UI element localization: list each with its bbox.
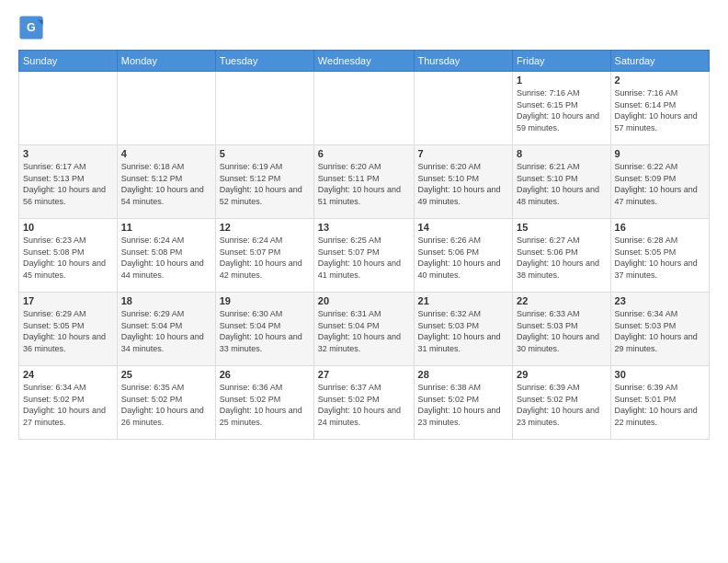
header: G (18, 15, 710, 40)
day-info: Sunrise: 7:16 AM Sunset: 6:14 PM Dayligh… (615, 87, 705, 133)
calendar-cell: 18Sunrise: 6:29 AM Sunset: 5:04 PM Dayli… (117, 293, 215, 366)
weekday-header-saturday: Saturday (610, 51, 709, 72)
calendar-cell: 27Sunrise: 6:37 AM Sunset: 5:02 PM Dayli… (313, 366, 414, 440)
day-info: Sunrise: 6:28 AM Sunset: 5:05 PM Dayligh… (615, 235, 705, 281)
calendar-cell: 8Sunrise: 6:21 AM Sunset: 5:10 PM Daylig… (513, 145, 611, 219)
weekday-header-monday: Monday (117, 51, 215, 72)
day-info: Sunrise: 6:18 AM Sunset: 5:12 PM Dayligh… (121, 161, 211, 207)
calendar-cell: 2Sunrise: 7:16 AM Sunset: 6:14 PM Daylig… (610, 72, 709, 145)
day-info: Sunrise: 6:24 AM Sunset: 5:07 PM Dayligh… (220, 235, 310, 281)
calendar-week-row: 3Sunrise: 6:17 AM Sunset: 5:13 PM Daylig… (19, 145, 710, 219)
day-number: 1 (517, 75, 607, 86)
day-number: 5 (220, 148, 310, 159)
day-number: 26 (220, 369, 310, 380)
day-number: 11 (121, 222, 211, 233)
day-number: 19 (220, 295, 310, 306)
day-info: Sunrise: 6:37 AM Sunset: 5:02 PM Dayligh… (318, 382, 410, 428)
day-info: Sunrise: 6:23 AM Sunset: 5:08 PM Dayligh… (23, 235, 113, 281)
calendar-cell: 3Sunrise: 6:17 AM Sunset: 5:13 PM Daylig… (19, 145, 118, 219)
day-number: 23 (615, 295, 705, 306)
calendar-cell: 15Sunrise: 6:27 AM Sunset: 5:06 PM Dayli… (513, 219, 611, 293)
logo: G (18, 15, 48, 40)
day-info: Sunrise: 6:20 AM Sunset: 5:11 PM Dayligh… (318, 161, 410, 207)
calendar-cell (414, 72, 513, 145)
day-info: Sunrise: 6:39 AM Sunset: 5:02 PM Dayligh… (517, 382, 607, 428)
day-info: Sunrise: 6:39 AM Sunset: 5:01 PM Dayligh… (615, 382, 705, 428)
day-info: Sunrise: 6:20 AM Sunset: 5:10 PM Dayligh… (418, 161, 509, 207)
day-number: 25 (121, 369, 211, 380)
day-number: 24 (23, 369, 113, 380)
calendar-cell: 23Sunrise: 6:34 AM Sunset: 5:03 PM Dayli… (610, 293, 709, 366)
day-number: 22 (517, 295, 607, 306)
day-info: Sunrise: 7:16 AM Sunset: 6:15 PM Dayligh… (517, 87, 607, 133)
day-info: Sunrise: 6:21 AM Sunset: 5:10 PM Dayligh… (517, 161, 607, 207)
calendar-cell: 25Sunrise: 6:35 AM Sunset: 5:02 PM Dayli… (117, 366, 215, 440)
calendar-cell: 13Sunrise: 6:25 AM Sunset: 5:07 PM Dayli… (313, 219, 414, 293)
day-info: Sunrise: 6:34 AM Sunset: 5:03 PM Dayligh… (615, 308, 705, 354)
day-info: Sunrise: 6:31 AM Sunset: 5:04 PM Dayligh… (318, 308, 410, 354)
calendar-week-row: 24Sunrise: 6:34 AM Sunset: 5:02 PM Dayli… (19, 366, 710, 440)
weekday-header-sunday: Sunday (19, 51, 118, 72)
calendar-cell: 26Sunrise: 6:36 AM Sunset: 5:02 PM Dayli… (215, 366, 313, 440)
day-number: 30 (615, 369, 705, 380)
day-number: 17 (23, 295, 113, 306)
calendar-cell: 4Sunrise: 6:18 AM Sunset: 5:12 PM Daylig… (117, 145, 215, 219)
calendar-cell (313, 72, 414, 145)
calendar-week-row: 10Sunrise: 6:23 AM Sunset: 5:08 PM Dayli… (19, 219, 710, 293)
day-info: Sunrise: 6:22 AM Sunset: 5:09 PM Dayligh… (615, 161, 705, 207)
calendar-cell: 12Sunrise: 6:24 AM Sunset: 5:07 PM Dayli… (215, 219, 313, 293)
day-number: 3 (23, 148, 113, 159)
day-number: 29 (517, 369, 607, 380)
calendar-cell: 10Sunrise: 6:23 AM Sunset: 5:08 PM Dayli… (19, 219, 118, 293)
calendar-cell: 28Sunrise: 6:38 AM Sunset: 5:02 PM Dayli… (414, 366, 513, 440)
weekday-header-tuesday: Tuesday (215, 51, 313, 72)
day-number: 6 (318, 148, 410, 159)
calendar-cell: 29Sunrise: 6:39 AM Sunset: 5:02 PM Dayli… (513, 366, 611, 440)
logo-icon: G (18, 15, 44, 40)
day-number: 14 (418, 222, 509, 233)
day-number: 28 (418, 369, 509, 380)
page-container: G SundayMondayTuesdayWednesdayThursdayFr… (0, 0, 728, 449)
day-number: 2 (615, 75, 705, 86)
calendar-cell: 30Sunrise: 6:39 AM Sunset: 5:01 PM Dayli… (610, 366, 709, 440)
calendar-week-row: 1Sunrise: 7:16 AM Sunset: 6:15 PM Daylig… (19, 72, 710, 145)
day-info: Sunrise: 6:30 AM Sunset: 5:04 PM Dayligh… (220, 308, 310, 354)
calendar-cell: 11Sunrise: 6:24 AM Sunset: 5:08 PM Dayli… (117, 219, 215, 293)
day-number: 13 (318, 222, 410, 233)
calendar-cell: 24Sunrise: 6:34 AM Sunset: 5:02 PM Dayli… (19, 366, 118, 440)
day-number: 4 (121, 148, 211, 159)
calendar-cell: 5Sunrise: 6:19 AM Sunset: 5:12 PM Daylig… (215, 145, 313, 219)
svg-text:G: G (27, 21, 36, 34)
calendar-week-row: 17Sunrise: 6:29 AM Sunset: 5:05 PM Dayli… (19, 293, 710, 366)
weekday-header-wednesday: Wednesday (313, 51, 414, 72)
calendar-cell: 7Sunrise: 6:20 AM Sunset: 5:10 PM Daylig… (414, 145, 513, 219)
day-info: Sunrise: 6:24 AM Sunset: 5:08 PM Dayligh… (121, 235, 211, 281)
day-number: 27 (318, 369, 410, 380)
day-info: Sunrise: 6:33 AM Sunset: 5:03 PM Dayligh… (517, 308, 607, 354)
calendar-cell: 1Sunrise: 7:16 AM Sunset: 6:15 PM Daylig… (513, 72, 611, 145)
calendar-cell: 19Sunrise: 6:30 AM Sunset: 5:04 PM Dayli… (215, 293, 313, 366)
calendar-cell (19, 72, 118, 145)
day-number: 8 (517, 148, 607, 159)
calendar-table: SundayMondayTuesdayWednesdayThursdayFrid… (18, 50, 710, 440)
day-info: Sunrise: 6:34 AM Sunset: 5:02 PM Dayligh… (23, 382, 113, 428)
calendar-cell (215, 72, 313, 145)
day-info: Sunrise: 6:38 AM Sunset: 5:02 PM Dayligh… (418, 382, 509, 428)
calendar-cell: 14Sunrise: 6:26 AM Sunset: 5:06 PM Dayli… (414, 219, 513, 293)
day-info: Sunrise: 6:29 AM Sunset: 5:04 PM Dayligh… (121, 308, 211, 354)
calendar-cell: 20Sunrise: 6:31 AM Sunset: 5:04 PM Dayli… (313, 293, 414, 366)
calendar-cell: 6Sunrise: 6:20 AM Sunset: 5:11 PM Daylig… (313, 145, 414, 219)
day-info: Sunrise: 6:19 AM Sunset: 5:12 PM Dayligh… (220, 161, 310, 207)
calendar-cell: 9Sunrise: 6:22 AM Sunset: 5:09 PM Daylig… (610, 145, 709, 219)
calendar-cell (117, 72, 215, 145)
day-info: Sunrise: 6:26 AM Sunset: 5:06 PM Dayligh… (418, 235, 509, 281)
weekday-header-friday: Friday (513, 51, 611, 72)
day-number: 7 (418, 148, 509, 159)
day-info: Sunrise: 6:27 AM Sunset: 5:06 PM Dayligh… (517, 235, 607, 281)
day-number: 16 (615, 222, 705, 233)
day-info: Sunrise: 6:35 AM Sunset: 5:02 PM Dayligh… (121, 382, 211, 428)
day-info: Sunrise: 6:25 AM Sunset: 5:07 PM Dayligh… (318, 235, 410, 281)
calendar-cell: 16Sunrise: 6:28 AM Sunset: 5:05 PM Dayli… (610, 219, 709, 293)
day-number: 18 (121, 295, 211, 306)
day-number: 15 (517, 222, 607, 233)
